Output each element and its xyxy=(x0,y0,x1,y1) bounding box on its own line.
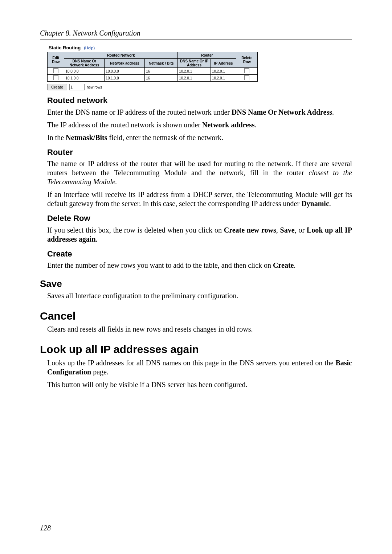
text-bold: Dynamic xyxy=(301,200,329,208)
cell-dns[interactable]: 10.0.0.0 xyxy=(64,68,105,75)
text-bold: Netmask/Bits xyxy=(66,134,107,141)
th-delete-row: Delete Row xyxy=(236,52,258,68)
para: The name or IP address of the router tha… xyxy=(47,159,352,186)
cell-rdns[interactable]: 10.2.0.1 xyxy=(178,68,211,75)
heading-routed-network: Routed network xyxy=(47,95,352,106)
heading-save: Save xyxy=(40,278,352,290)
text: . xyxy=(255,121,257,129)
create-row-area: Create new rows xyxy=(47,84,258,90)
heading-lookup: Look up all IP addresses again xyxy=(40,342,352,356)
table-row: 10.0.0.0 10.0.0.0 16 10.2.0.1 10.2.0.1 xyxy=(48,68,258,75)
th-dns-name: DNS Name Or Network Address xyxy=(64,59,105,68)
text-bold: Create new rows xyxy=(224,226,276,234)
text: . xyxy=(332,108,334,116)
table-row: 10.1.0.0 10.1.0.0 16 10.2.0.1 10.2.0.1 xyxy=(48,75,258,82)
text: Looks up the IP addresses for all DNS na… xyxy=(47,359,335,367)
text-bold: DNS Name Or Network Address xyxy=(232,108,332,116)
text: . xyxy=(294,261,295,269)
text: Enter the number of new rows you want to… xyxy=(47,261,273,269)
delete-checkbox[interactable] xyxy=(244,68,249,73)
para: In the Netmask/Bits field, enter the net… xyxy=(47,133,352,142)
text-bold: Create xyxy=(273,261,294,269)
create-button[interactable]: Create xyxy=(47,84,67,90)
chapter-header: Chapter 8. Network Configuration xyxy=(40,29,352,37)
th-edit-row: Edit Row xyxy=(48,52,64,68)
text: field, enter the netmask of the network. xyxy=(107,134,223,141)
th-netmask-bits: Netmask / Bits xyxy=(145,59,178,68)
cell-net: 10.0.0.0 xyxy=(105,68,145,75)
heading-create: Create xyxy=(47,249,352,259)
static-routing-screenshot: Static Routing (Help) Edit Row Routed Ne… xyxy=(47,44,258,90)
para: If an interface will receive its IP addr… xyxy=(47,190,352,208)
para: Saves all Interface configuration to the… xyxy=(47,291,352,300)
new-rows-input[interactable] xyxy=(69,84,85,90)
heading-delete-row: Delete Row xyxy=(47,213,352,223)
new-rows-label: new rows xyxy=(87,85,102,89)
para: Enter the number of new rows you want to… xyxy=(47,261,352,270)
heading-cancel: Cancel xyxy=(40,309,352,323)
text-bold: Save xyxy=(280,226,295,234)
cell-mask[interactable]: 16 xyxy=(145,68,178,75)
text: , xyxy=(276,226,280,234)
edit-checkbox[interactable] xyxy=(53,68,58,73)
edit-checkbox[interactable] xyxy=(53,75,58,80)
th-router-ip: IP Address xyxy=(211,59,236,68)
heading-router: Router xyxy=(47,147,352,157)
cell-net: 10.1.0.0 xyxy=(105,75,145,82)
cell-rip: 10.2.0.1 xyxy=(211,68,236,75)
text: The IP address of the routed network is … xyxy=(47,121,202,129)
para: Enter the DNS name or IP address of the … xyxy=(47,108,352,117)
text-bold: Network address xyxy=(202,121,255,129)
th-router-dns: DNS Name Or IP Address xyxy=(178,59,211,68)
para: If you select this box, the row is delet… xyxy=(47,226,352,244)
text: Enter the DNS name or IP address of the … xyxy=(47,108,232,116)
para: The IP address of the routed network is … xyxy=(47,120,352,130)
th-network-address: Network address xyxy=(105,59,145,68)
cell-dns[interactable]: 10.1.0.0 xyxy=(64,75,105,82)
text: In the xyxy=(47,134,66,141)
help-link[interactable]: (Help) xyxy=(84,46,95,50)
text: . xyxy=(329,200,331,208)
screenshot-title: Static Routing xyxy=(49,45,81,50)
para: Looks up the IP addresses for all DNS na… xyxy=(47,358,352,377)
text: If you select this box, the row is delet… xyxy=(47,226,224,234)
cell-mask[interactable]: 16 xyxy=(145,75,178,82)
table-header-row: DNS Name Or Network Address Network addr… xyxy=(48,59,258,68)
th-group-router: Router xyxy=(178,52,236,59)
cell-rip: 10.2.0.1 xyxy=(211,75,236,82)
page-number: 128 xyxy=(40,524,51,532)
delete-checkbox[interactable] xyxy=(244,75,249,80)
text: page. xyxy=(91,368,109,376)
text: The name or IP address of the router tha… xyxy=(47,160,352,177)
para: This button will only be visible if a DN… xyxy=(47,380,352,389)
th-group-routed: Routed Network xyxy=(64,52,178,59)
para: Clears and resets all fields in new rows… xyxy=(47,325,352,334)
static-routing-table: Edit Row Routed Network Router Delete Ro… xyxy=(47,52,258,82)
text: , or xyxy=(295,226,307,234)
cell-rdns[interactable]: 10.2.0.1 xyxy=(178,75,211,82)
header-rule xyxy=(40,40,352,40)
text: . xyxy=(96,235,98,243)
table-group-row: Edit Row Routed Network Router Delete Ro… xyxy=(48,52,258,59)
